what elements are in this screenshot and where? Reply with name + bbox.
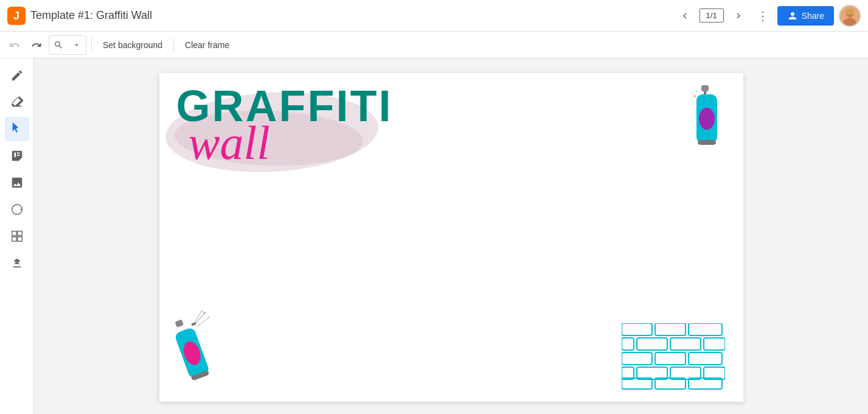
svg-rect-39	[622, 338, 634, 350]
next-page-button[interactable]	[729, 6, 748, 26]
svg-point-27	[200, 309, 203, 312]
eraser-icon	[10, 96, 24, 109]
header: J Template #1: Graffiti Wall 1/1 ⋮ Share	[0, 0, 868, 32]
svg-rect-15	[704, 91, 706, 94]
svg-rect-35	[689, 323, 722, 335]
set-background-button[interactable]: Set background	[97, 35, 168, 55]
redo-button[interactable]	[27, 35, 46, 55]
svg-rect-18	[698, 140, 716, 145]
page-indicator: 1/1	[700, 9, 724, 23]
share-button[interactable]: Share	[777, 6, 834, 26]
graffiti-title-block: GRAFFITI wall	[176, 84, 393, 167]
zoom-icon	[54, 40, 63, 50]
image-icon	[10, 176, 24, 189]
svg-rect-37	[670, 338, 701, 350]
toolbar-divider-1	[91, 38, 92, 52]
pen-tool-button[interactable]	[5, 63, 29, 88]
undo-button[interactable]	[5, 35, 24, 55]
more-options-button[interactable]: ⋮	[753, 6, 773, 26]
svg-point-21	[695, 91, 697, 93]
sticky-note-button[interactable]	[5, 144, 29, 168]
laser-icon	[10, 256, 24, 270]
brick-wall	[622, 323, 725, 393]
circle-icon	[10, 203, 24, 216]
zoom-button[interactable]	[49, 36, 68, 54]
svg-rect-10	[12, 237, 16, 241]
toolbar: Set background Clear frame	[0, 32, 868, 58]
pen-icon	[10, 69, 24, 82]
toolbar-divider-2	[173, 38, 174, 52]
canvas-area: GRAFFITI wall	[34, 58, 868, 414]
spray-can-top-right	[692, 85, 725, 155]
jamboard-logo: J	[7, 7, 26, 25]
canvas-frame[interactable]: GRAFFITI wall	[159, 73, 743, 402]
frame-icon	[10, 230, 24, 243]
svg-rect-40	[622, 353, 652, 365]
svg-rect-8	[12, 231, 16, 236]
svg-rect-28	[175, 320, 184, 328]
svg-point-19	[693, 95, 696, 97]
header-right: ⋮ Share	[753, 5, 861, 27]
zoom-control	[49, 35, 86, 55]
select-tool-button[interactable]	[5, 117, 29, 141]
laser-button[interactable]	[5, 251, 29, 275]
more-icon: ⋮	[757, 9, 769, 23]
svg-rect-14	[701, 85, 709, 91]
svg-rect-33	[622, 323, 652, 335]
clear-frame-button[interactable]: Clear frame	[179, 35, 235, 55]
page-navigation: 1/1	[675, 6, 748, 26]
svg-point-5	[845, 8, 855, 15]
image-button[interactable]	[5, 170, 29, 195]
avatar	[839, 5, 861, 27]
svg-rect-38	[704, 338, 725, 350]
frame-button[interactable]	[5, 224, 29, 248]
svg-rect-42	[689, 353, 722, 365]
svg-rect-41	[655, 353, 686, 365]
svg-rect-29	[191, 322, 196, 326]
main-layout: GRAFFITI wall	[0, 58, 868, 414]
avatar-image	[840, 6, 859, 26]
svg-rect-34	[655, 323, 686, 335]
svg-rect-11	[17, 237, 21, 241]
undo-icon	[9, 40, 20, 51]
svg-rect-9	[17, 231, 21, 236]
prev-page-button[interactable]	[675, 6, 695, 26]
svg-point-4	[843, 18, 856, 26]
side-toolbar	[0, 58, 34, 414]
share-person-icon	[787, 10, 798, 21]
svg-text:J: J	[13, 10, 19, 22]
redo-icon	[31, 40, 42, 51]
shapes-button[interactable]	[5, 197, 29, 222]
sticky-note-icon	[10, 149, 24, 163]
zoom-dropdown-button[interactable]	[68, 36, 86, 54]
svg-point-20	[692, 92, 693, 94]
spray-can-bottom-left	[178, 314, 220, 390]
document-title: Template #1: Graffiti Wall	[30, 9, 670, 22]
svg-point-7	[20, 209, 21, 210]
eraser-tool-button[interactable]	[5, 90, 29, 114]
select-icon	[10, 122, 24, 136]
share-label: Share	[802, 11, 824, 21]
svg-point-17	[699, 108, 715, 130]
zoom-dropdown-icon	[72, 41, 81, 49]
svg-rect-36	[637, 338, 667, 350]
